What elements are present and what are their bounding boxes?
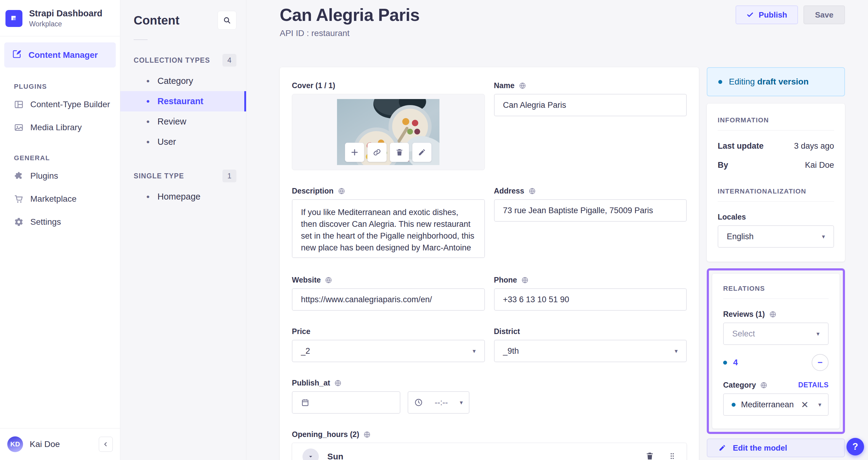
group-label: SINGLE TYPE — [134, 172, 184, 180]
trash-icon — [645, 452, 654, 460]
group-single-type: SINGLE TYPE 1 • Homepage — [120, 170, 246, 207]
sidebar-item-label: Media Library — [30, 123, 82, 132]
review-link[interactable]: 4 — [733, 358, 812, 367]
link-icon — [373, 148, 381, 157]
category-label: Category — [723, 381, 756, 389]
strapi-logo-icon — [5, 10, 23, 27]
details-link[interactable]: DETAILS — [798, 381, 829, 389]
gear-icon — [14, 217, 24, 227]
description-textarea[interactable]: If you like Mediterranean and exotic dis… — [292, 199, 485, 258]
chevron-left-icon — [102, 441, 109, 448]
minus-icon — [816, 359, 824, 366]
app-root: Strapi Dashboard Workplace Content Manag… — [0, 0, 868, 460]
field-address: Address — [494, 187, 687, 259]
publish-button[interactable]: Publish — [736, 5, 798, 24]
main-content: Can Alegria Paris API ID : restaurant Pu… — [246, 0, 868, 460]
field-label: Cover (1 / 1) — [292, 81, 335, 90]
collapse-sidebar-button[interactable] — [99, 437, 113, 452]
information-card: INFORMATION Last update 3 days ago By Ka… — [707, 104, 845, 262]
nav-section-plugins: PLUGINS Content-Type Builder Media Libra… — [0, 83, 120, 139]
add-media-button[interactable] — [345, 143, 364, 162]
app-title: Strapi Dashboard — [29, 8, 102, 19]
field-cover: Cover (1 / 1) — [292, 81, 485, 170]
remove-relation-button[interactable] — [812, 354, 829, 371]
field-district: District _9th ▾ — [494, 327, 687, 362]
collection-type-label: Review — [158, 117, 186, 127]
price-select[interactable]: _2 ▾ — [292, 340, 485, 362]
relations-card: RELATIONS Reviews (1) Select ▾ — [712, 274, 839, 428]
copy-link-button[interactable] — [367, 143, 387, 162]
locale-select[interactable]: English ▾ — [718, 225, 834, 248]
draft-status-prefix: Editing — [729, 77, 755, 86]
category-select[interactable]: Mediterranean ✕ ▾ — [723, 393, 829, 416]
district-select[interactable]: _9th ▾ — [494, 340, 687, 362]
field-label: Address — [494, 187, 524, 195]
locales-label: Locales — [718, 212, 834, 221]
address-input[interactable] — [494, 199, 687, 222]
field-price: Price _2 ▾ — [292, 327, 485, 362]
name-input[interactable] — [494, 94, 687, 116]
divider — [134, 39, 148, 40]
cart-icon — [14, 194, 24, 204]
sidebar-item-restaurant[interactable]: • Restaurant — [120, 91, 246, 111]
search-button[interactable] — [218, 11, 237, 30]
cover-dropzone[interactable] — [292, 94, 485, 170]
expand-row-button[interactable] — [303, 449, 319, 460]
feather-edit-icon — [12, 49, 22, 61]
help-button[interactable]: ? — [846, 438, 864, 456]
sidebar-item-category[interactable]: • Category — [120, 71, 246, 91]
save-button[interactable]: Save — [803, 5, 845, 24]
opening-hours-list: Sun — [292, 443, 687, 460]
single-type-label: Homepage — [158, 192, 200, 202]
reviews-label: Reviews (1) — [723, 310, 765, 319]
chevron-down-icon: ▾ — [675, 347, 678, 355]
sidebar-item-review[interactable]: • Review — [120, 111, 246, 132]
date-input[interactable] — [292, 391, 400, 414]
delete-row-button[interactable] — [645, 452, 654, 460]
sidebar-item-content-manager[interactable]: Content Manager — [4, 42, 116, 68]
website-input[interactable] — [292, 288, 485, 311]
review-relation-item: 4 — [723, 354, 829, 371]
collection-type-label: User — [158, 137, 176, 147]
bullet-icon: • — [146, 77, 150, 86]
sidebar-footer: KD Kai Doe — [0, 428, 120, 460]
relation-dot-icon — [723, 361, 727, 365]
phone-input[interactable] — [494, 288, 687, 311]
field-label: Name — [494, 81, 515, 90]
sidebar-item-settings[interactable]: Settings — [0, 210, 120, 233]
relation-dot-icon — [732, 403, 736, 407]
reviews-select[interactable]: Select ▾ — [723, 323, 829, 345]
drag-handle[interactable] — [668, 452, 676, 460]
bullet-icon: • — [146, 137, 150, 146]
sidebar-item-user[interactable]: • User — [120, 132, 246, 152]
delete-media-button[interactable] — [390, 143, 409, 162]
sidebar-item-content-type-builder[interactable]: Content-Type Builder — [0, 93, 120, 116]
time-input[interactable]: --:-- ▾ — [408, 391, 469, 414]
relations-heading: RELATIONS — [723, 285, 829, 293]
field-label: District — [494, 327, 520, 336]
globe-icon — [363, 431, 371, 438]
content-sidebar: Content COLLECTION TYPES 4 • Category • … — [120, 0, 246, 460]
field-label: Website — [292, 275, 321, 284]
sidebar-item-media-library[interactable]: Media Library — [0, 116, 120, 139]
avatar[interactable]: KD — [7, 436, 23, 452]
info-label: By — [718, 161, 728, 170]
draft-status-bold: draft version — [757, 77, 809, 86]
clear-category-icon[interactable]: ✕ — [801, 399, 809, 410]
chevron-down-icon: ▾ — [816, 330, 819, 337]
field-label: Opening_hours (2) — [292, 430, 359, 439]
workspace-switcher[interactable]: Strapi Dashboard Workplace — [0, 0, 120, 36]
puzzle-icon — [14, 171, 24, 181]
sidebar-item-homepage[interactable]: • Homepage — [120, 187, 246, 207]
edit-media-button[interactable] — [412, 143, 432, 162]
pencil-icon — [417, 148, 426, 157]
sidebar-item-plugins[interactable]: Plugins — [0, 164, 120, 188]
globe-icon — [760, 382, 767, 389]
chevron-down-icon: ▾ — [818, 401, 821, 408]
field-website: Website — [292, 275, 485, 311]
group-label: COLLECTION TYPES — [134, 56, 210, 65]
info-value: 3 days ago — [794, 141, 834, 151]
edit-model-button[interactable]: Edit the model — [707, 438, 845, 457]
sidebar-item-marketplace[interactable]: Marketplace — [0, 188, 120, 210]
media-icon — [14, 123, 24, 132]
